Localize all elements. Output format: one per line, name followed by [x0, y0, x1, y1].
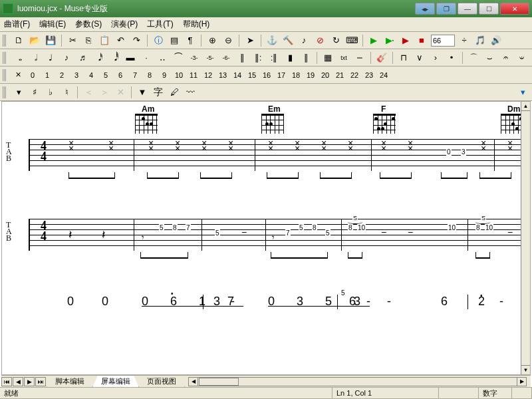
redo-icon[interactable]: ↷	[130, 34, 143, 47]
slur-up-icon[interactable]: ⌒	[467, 51, 480, 65]
lyrics-icon[interactable]: ⎼	[353, 51, 366, 65]
horizontal-scrollbar[interactable]: ◀ ▶	[188, 377, 527, 386]
fret-4[interactable]: 4	[85, 69, 97, 81]
scroll-down-icon[interactable]: ▼	[521, 365, 530, 374]
open-icon[interactable]: 📂	[28, 34, 41, 47]
menu-file[interactable]: 曲谱(F)	[4, 19, 30, 30]
tile-button[interactable]: ❐	[436, 3, 456, 15]
tempo-input[interactable]	[431, 35, 455, 47]
menu-tools[interactable]: 工具(T)	[147, 19, 173, 30]
char-icon[interactable]: 字	[152, 86, 165, 99]
natural-icon[interactable]: ♮	[60, 86, 73, 99]
fret-20[interactable]: 20	[319, 69, 331, 81]
tab-screen-edit[interactable]: 屏幕编辑	[92, 376, 139, 388]
toolbar-grip[interactable]	[3, 35, 7, 47]
prev-window-button[interactable]: ◂▸	[415, 3, 435, 15]
left-repeat-icon[interactable]: ‖:	[251, 51, 265, 65]
tab-script-edit[interactable]: 脚本编辑	[47, 376, 93, 388]
scrollbar-thumb[interactable]	[199, 378, 239, 386]
sixteenth-note-icon[interactable]: ♬	[76, 51, 89, 65]
fret-19[interactable]: 19	[305, 69, 317, 81]
toolbar-grip-3[interactable]	[3, 69, 7, 81]
metronome-icon[interactable]: 🎵	[473, 34, 487, 47]
sixtyfourth-note-icon[interactable]: 𝅘𝅥𝅱	[108, 51, 121, 65]
dot-icon[interactable]: ·	[140, 51, 153, 65]
doubledot-icon[interactable]: ‥	[156, 51, 169, 65]
keyboard-icon[interactable]: ⌨	[345, 34, 358, 47]
cresc-icon[interactable]: ＜	[82, 86, 95, 99]
up-stroke-icon[interactable]: ∨	[413, 51, 426, 65]
scroll-right-icon[interactable]: ▶	[517, 378, 526, 386]
menu-edit[interactable]: 编辑(E)	[39, 19, 66, 30]
fret-1[interactable]: 1	[41, 69, 53, 81]
menu-params[interactable]: 参数(S)	[75, 19, 102, 30]
fret-15[interactable]: 15	[246, 69, 258, 81]
zoom-out-icon[interactable]: ⊖	[221, 34, 235, 47]
staccato-icon[interactable]: •	[445, 51, 458, 65]
tab-page-view[interactable]: 页面视图	[138, 376, 185, 388]
double-bar-icon[interactable]: ‖	[299, 51, 313, 65]
quint-icon[interactable]: -5-	[203, 51, 217, 65]
eighth-note-icon[interactable]: ♪	[60, 51, 73, 65]
collapse-icon[interactable]: ▾	[516, 86, 529, 99]
speaker-icon[interactable]: 🔊	[489, 34, 503, 47]
cut-icon[interactable]: ✂	[66, 34, 79, 47]
hammer-icon[interactable]: 🔨	[281, 34, 295, 47]
score-canvas[interactable]: Am Em F Dm TAB 44 ×× ×× ×× ×× ×× ×× ×× ×…	[1, 101, 531, 375]
text-label-icon[interactable]: txt	[337, 51, 350, 65]
fret-10[interactable]: 10	[173, 69, 185, 81]
anchor-icon[interactable]: ⚓	[265, 34, 279, 47]
menu-play[interactable]: 演奏(P)	[111, 19, 138, 30]
fret-22[interactable]: 22	[348, 69, 360, 81]
fret-6[interactable]: 6	[114, 69, 126, 81]
fretboard-icon[interactable]: ▦	[321, 51, 334, 65]
fret-2[interactable]: 2	[56, 69, 68, 81]
stop-icon[interactable]: ■	[415, 34, 428, 47]
toolbar-grip-2[interactable]	[3, 52, 7, 64]
minimize-button[interactable]: —	[458, 3, 477, 15]
fermata-up-icon[interactable]: 𝄐	[499, 51, 512, 65]
close-button[interactable]: ✕	[500, 3, 529, 15]
scroll-left-icon[interactable]: ◀	[189, 378, 198, 386]
fermata-down-icon[interactable]: 𝄑	[515, 51, 528, 65]
decresc-icon[interactable]: ＞	[98, 86, 111, 99]
stroke-icon[interactable]: 🖊	[168, 86, 181, 99]
info-icon[interactable]: ⓘ	[152, 34, 165, 47]
triplet-icon[interactable]: -3-	[188, 51, 201, 65]
fret-x[interactable]: ✕	[12, 69, 24, 81]
slur-down-icon[interactable]: ⌣	[483, 51, 496, 65]
fret-18[interactable]: 18	[290, 69, 302, 81]
fret-12[interactable]: 12	[202, 69, 214, 81]
tab-nav-next[interactable]: ▶	[24, 377, 35, 386]
tab-nav-last[interactable]: ⏭	[35, 377, 46, 386]
tab-nav-prev[interactable]: ◀	[13, 377, 23, 386]
down-stroke-icon[interactable]: ⊓	[397, 51, 410, 65]
zoom-in-icon[interactable]: ⊕	[205, 34, 219, 47]
menu-help[interactable]: 帮助(H)	[183, 19, 210, 30]
paste-icon[interactable]: 📋	[98, 34, 111, 47]
fret-17[interactable]: 17	[275, 69, 287, 81]
fret-7[interactable]: 7	[129, 69, 141, 81]
fret-11[interactable]: 11	[188, 69, 200, 81]
scroll-up-icon[interactable]: ▲	[521, 102, 530, 111]
repeat-icon[interactable]: ↻	[329, 34, 342, 47]
sharp-icon[interactable]: ♯	[28, 86, 41, 99]
fret-13[interactable]: 13	[217, 69, 229, 81]
fret-8[interactable]: 8	[144, 69, 156, 81]
guitar-icon[interactable]: 🎸	[375, 51, 388, 65]
tab-nav-first[interactable]: ⏮	[1, 377, 12, 386]
play-icon[interactable]: ▶	[367, 34, 380, 47]
fret-3[interactable]: 3	[70, 69, 82, 81]
undo-icon[interactable]: ↶	[114, 34, 127, 47]
rest-icon[interactable]: ▬	[124, 51, 137, 65]
tie-icon[interactable]: ⁀	[172, 51, 185, 65]
doc-icon[interactable]: ▤	[168, 34, 181, 47]
no-sound-icon[interactable]: ⊘	[313, 34, 327, 47]
down-arrow-icon[interactable]: ▾	[12, 86, 25, 99]
fret-0[interactable]: 0	[27, 69, 39, 81]
flat-icon[interactable]: ♭	[44, 86, 57, 99]
fret-24[interactable]: 24	[378, 69, 390, 81]
cross-icon[interactable]: ✕	[114, 86, 127, 99]
fret-14[interactable]: 14	[231, 69, 243, 81]
new-icon[interactable]: 🗋	[12, 34, 25, 47]
